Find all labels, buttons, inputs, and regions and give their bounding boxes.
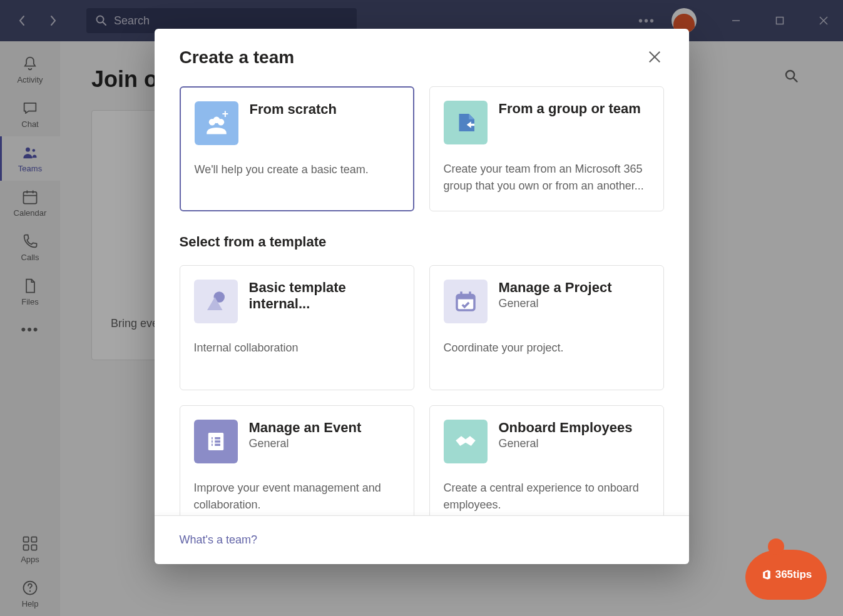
template-card-desc: Internal collaboration — [194, 340, 400, 356]
scratch-icon: + — [195, 101, 238, 145]
create-team-modal: Create a team + From scratch — [155, 29, 689, 564]
option-card-desc: Create your team from an Microsoft 365 g… — [444, 161, 650, 194]
modal-header: Create a team — [155, 29, 689, 69]
modal-title: Create a team — [180, 48, 295, 68]
handshake-icon — [444, 420, 488, 463]
option-from-scratch[interactable]: + From scratch We'll help you create a b… — [180, 86, 414, 211]
group-icon — [444, 101, 488, 144]
template-onboard-employees[interactable]: Onboard Employees General Create a centr… — [429, 405, 664, 515]
close-icon — [648, 50, 662, 64]
template-card-title: Onboard Employees — [499, 420, 633, 436]
option-from-group[interactable]: From a group or team Create your team fr… — [429, 86, 664, 211]
close-button[interactable] — [645, 48, 664, 69]
template-card-subtitle: General — [249, 437, 362, 450]
whats-a-team-link[interactable]: What's a team? — [180, 533, 258, 546]
templates-heading: Select from a template — [180, 234, 664, 250]
template-card-desc: Improve your event management and collab… — [194, 480, 400, 513]
watermark-badge: 365tips — [745, 550, 827, 600]
template-card-title: Manage a Project — [499, 280, 612, 296]
option-card-desc: We'll help you create a basic team. — [195, 161, 399, 178]
svg-point-24 — [213, 117, 220, 124]
template-basic-internal[interactable]: Basic template internal... Internal coll… — [180, 265, 414, 390]
watermark-text: 365tips — [775, 568, 812, 581]
template-shapes-icon — [194, 280, 238, 323]
option-card-title: From a group or team — [499, 101, 641, 117]
template-card-title: Basic template internal... — [249, 280, 400, 312]
svg-text:+: + — [222, 110, 228, 120]
modal-body: + From scratch We'll help you create a b… — [155, 69, 689, 515]
template-manage-event[interactable]: Manage an Event General Improve your eve… — [180, 405, 414, 515]
template-card-title: Manage an Event — [249, 420, 362, 436]
calendar-check-icon — [444, 280, 488, 323]
template-card-desc: Create a central experience to onboard e… — [444, 480, 650, 513]
modal-footer: What's a team? — [155, 515, 689, 564]
office-icon — [760, 568, 773, 581]
template-card-desc: Coordinate your project. — [444, 340, 650, 356]
template-card-subtitle: General — [499, 297, 612, 310]
checklist-icon — [194, 420, 238, 463]
option-card-title: From scratch — [250, 101, 337, 118]
template-manage-project[interactable]: Manage a Project General Coordinate your… — [429, 265, 664, 390]
modal-overlay: Create a team + From scratch — [0, 0, 843, 616]
template-card-subtitle: General — [499, 437, 633, 450]
svg-rect-28 — [457, 295, 474, 300]
